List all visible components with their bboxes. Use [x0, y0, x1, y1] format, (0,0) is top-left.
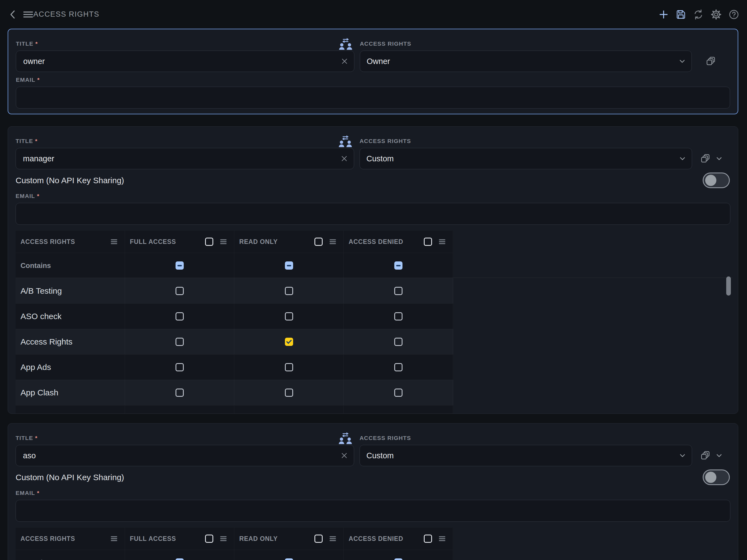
title-label: TITLE — [16, 435, 33, 441]
select-all-checkbox-read-only[interactable] — [314, 535, 323, 543]
expand-chevron-icon[interactable] — [716, 157, 722, 160]
title-label-row: TITLE * — [16, 40, 354, 47]
feature-name-cell: Access Rights — [16, 329, 125, 354]
column-menu-icon[interactable] — [110, 239, 118, 245]
checkbox-full-access[interactable] — [176, 338, 184, 346]
checkbox-read-only[interactable] — [285, 261, 293, 270]
share-users-icon — [338, 135, 353, 147]
select-all-checkbox-full-access[interactable] — [205, 238, 213, 246]
access-rights-select[interactable]: Custom — [360, 148, 692, 169]
table-row: ASO check — [16, 304, 453, 329]
feature-name-cell: App Clash — [16, 380, 125, 405]
column-label: ACCESS DENIED — [349, 535, 424, 542]
refresh-icon[interactable] — [693, 9, 704, 20]
column-header-full-access: FULL ACCESS — [125, 231, 234, 253]
email-input[interactable] — [16, 500, 730, 522]
required-asterisk: * — [37, 193, 39, 199]
topbar: ACCESS RIGHTS — [0, 0, 747, 29]
checkbox-access-denied[interactable] — [394, 363, 403, 371]
column-header-access-denied: ACCESS DENIED — [344, 528, 453, 550]
rights-table: ACCESS RIGHTSFULL ACCESSREAD ONLYACCESS … — [16, 231, 453, 414]
checkbox-access-denied[interactable] — [394, 558, 403, 560]
expand-chevron-icon[interactable] — [716, 454, 722, 457]
custom-note: Custom (No API Key Sharing) — [16, 176, 124, 185]
clear-icon[interactable] — [341, 453, 347, 459]
checkbox-access-denied[interactable] — [394, 388, 403, 397]
column-menu-icon[interactable] — [329, 536, 336, 542]
column-menu-icon[interactable] — [110, 536, 118, 542]
column-label: FULL ACCESS — [130, 535, 205, 542]
title-input[interactable] — [23, 57, 338, 66]
share-users-icon — [338, 37, 353, 50]
column-header-full-access: FULL ACCESS — [125, 528, 234, 550]
api-key-toggle[interactable] — [703, 173, 730, 188]
checkbox-read-only[interactable] — [285, 312, 293, 321]
help-icon[interactable] — [728, 9, 739, 20]
checkbox-read-only[interactable] — [285, 338, 293, 346]
access-rights-select[interactable]: Owner — [360, 51, 692, 72]
title-input[interactable] — [22, 451, 337, 460]
row-label: Access Rights — [21, 337, 73, 347]
chevron-down-icon — [680, 454, 685, 457]
clear-icon[interactable] — [341, 156, 347, 161]
checkbox-full-access[interactable] — [176, 388, 184, 397]
email-label: EMAIL — [16, 490, 35, 496]
title-input[interactable] — [22, 154, 337, 163]
access-rights-label: ACCESS RIGHTS — [360, 41, 411, 47]
copy-icon[interactable] — [700, 154, 711, 163]
column-menu-icon[interactable] — [439, 536, 446, 542]
checkbox-full-access[interactable] — [176, 558, 184, 560]
column-menu-icon[interactable] — [439, 239, 446, 245]
settings-icon[interactable] — [711, 9, 722, 20]
checkbox-full-access[interactable] — [176, 261, 184, 270]
title-label: TITLE — [16, 41, 33, 47]
column-menu-icon[interactable] — [220, 536, 227, 542]
required-asterisk: * — [37, 490, 39, 496]
feature-name-cell: Contains — [16, 253, 125, 278]
title-field — [16, 445, 354, 466]
checkbox-read-only[interactable] — [285, 363, 293, 371]
clear-icon[interactable] — [341, 58, 347, 64]
checkbox-read-only[interactable] — [285, 287, 293, 295]
checkbox-access-denied[interactable] — [394, 261, 403, 270]
checkbox-read-only[interactable] — [285, 388, 293, 397]
access-rights-select[interactable]: Custom — [360, 445, 692, 466]
checkbox-access-denied[interactable] — [394, 338, 403, 346]
column-label: FULL ACCESS — [130, 238, 205, 246]
email-input[interactable] — [16, 87, 730, 108]
checkbox-full-access[interactable] — [176, 287, 184, 295]
back-icon[interactable] — [9, 10, 16, 19]
checkbox-access-denied[interactable] — [394, 312, 403, 321]
row-label: Contains — [21, 261, 51, 270]
menu-icon[interactable] — [23, 11, 33, 18]
checkbox-full-access[interactable] — [176, 363, 184, 371]
select-all-checkbox-access-denied[interactable] — [424, 535, 432, 543]
email-input[interactable] — [16, 203, 730, 225]
copy-icon[interactable] — [706, 56, 716, 66]
select-all-checkbox-full-access[interactable] — [205, 535, 213, 543]
select-all-checkbox-access-denied[interactable] — [424, 238, 432, 246]
checkbox-access-denied[interactable] — [394, 287, 403, 295]
rights-table: ACCESS RIGHTSFULL ACCESSREAD ONLYACCESS … — [16, 528, 453, 560]
page-title: ACCESS RIGHTS — [33, 10, 99, 19]
column-menu-icon[interactable] — [220, 239, 227, 245]
api-key-toggle[interactable] — [703, 469, 730, 485]
access-rights-value: Custom — [366, 154, 680, 163]
feature-name-cell — [16, 406, 125, 414]
save-icon[interactable] — [675, 9, 686, 20]
column-header-name: ACCESS RIGHTS — [16, 528, 125, 550]
access-rights-page: ACCESS RIGHTS — [0, 0, 747, 560]
table-row: App Ads — [16, 354, 453, 380]
checkbox-read-only[interactable] — [285, 558, 293, 560]
add-icon[interactable] — [659, 9, 669, 20]
checkbox-full-access[interactable] — [176, 312, 184, 321]
title-label-row: TITLE * — [16, 137, 354, 145]
column-menu-icon[interactable] — [329, 239, 336, 245]
chevron-down-icon — [680, 157, 685, 160]
copy-icon[interactable] — [700, 451, 711, 460]
select-all-checkbox-read-only[interactable] — [314, 238, 323, 246]
chevron-down-icon — [679, 59, 685, 63]
table-scrollbar-thumb[interactable] — [726, 276, 731, 296]
feature-name-cell: Contains — [16, 550, 125, 560]
filter-row: Contains — [16, 253, 453, 278]
